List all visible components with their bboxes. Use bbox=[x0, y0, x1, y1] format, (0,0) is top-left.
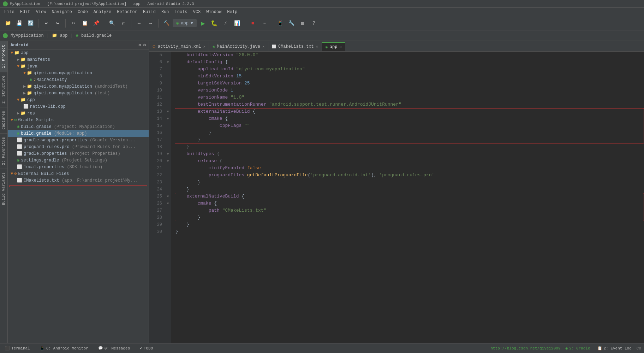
menu-edit[interactable]: Edit bbox=[17, 9, 33, 15]
menu-help[interactable]: Help bbox=[224, 9, 240, 15]
menu-navigate[interactable]: Navigate bbox=[49, 9, 75, 15]
fold-externalNative1[interactable]: ▼ bbox=[165, 108, 171, 115]
menu-tools[interactable]: Tools bbox=[172, 9, 190, 15]
menu-vcs[interactable]: VCS bbox=[190, 9, 204, 15]
toolbar-search-btn[interactable]: 🔍 bbox=[107, 18, 117, 28]
tree-item-java[interactable]: ▼ 📁 java bbox=[8, 63, 149, 70]
code-area[interactable]: buildToolsVersion "26.0.0" defaultConfig… bbox=[171, 52, 644, 343]
tree-item-nativelib[interactable]: ⬜ native-lib.cpp bbox=[8, 103, 149, 110]
fold-cmake2[interactable]: ▼ bbox=[165, 200, 171, 207]
toolbar-sdk-btn[interactable]: 🔧 bbox=[286, 18, 296, 28]
side-tab-favorites[interactable]: 2: Favorites bbox=[0, 133, 7, 169]
tab-close-cmake[interactable]: ✕ bbox=[316, 45, 318, 49]
menu-window[interactable]: Window bbox=[203, 9, 224, 15]
manifests-label: manifests bbox=[27, 57, 50, 62]
toolbar-build-btn[interactable]: 🔨 bbox=[161, 18, 171, 28]
fold-cmake1[interactable]: ▼ bbox=[165, 115, 171, 122]
side-tab-captures[interactable]: Captures bbox=[0, 107, 7, 133]
android-monitor-btn[interactable]: 📱 6: Android Monitor bbox=[38, 345, 90, 351]
code-line-17: } bbox=[175, 136, 644, 143]
build-gradle-label[interactable]: build.gradle bbox=[81, 33, 112, 38]
terminal-label: Terminal bbox=[11, 346, 30, 351]
toolbar-replace-btn[interactable]: ⇄ bbox=[118, 18, 128, 28]
fold-externalNative2[interactable]: ▼ bbox=[165, 193, 171, 200]
tree-item-cmake[interactable]: ⬜ CMakeLists.txt (app, F:\android_projec… bbox=[8, 177, 149, 184]
tree-item-proguard[interactable]: ⬜ proguard-rules.pro (ProGuard Rules for… bbox=[8, 143, 149, 150]
tree-item-res[interactable]: ▶ 📁 res bbox=[8, 110, 149, 117]
toolbar-run-btn[interactable]: ▶ bbox=[198, 18, 208, 28]
toolbar-debug-btn[interactable]: 🐛 bbox=[209, 18, 219, 28]
toolbar-undo-btn[interactable]: ↩ bbox=[41, 18, 51, 28]
toolbar-avd-btn[interactable]: 📱 bbox=[275, 18, 285, 28]
tree-item-manifests[interactable]: ▶ 📁 manifests bbox=[8, 56, 149, 63]
toolbar-nav-back-btn[interactable]: ← bbox=[134, 18, 144, 28]
tree-item-settings-gradle[interactable]: ◉ settings.gradle (Project Settings) bbox=[8, 157, 149, 164]
toolbar-profile-btn[interactable]: 📊 bbox=[232, 18, 242, 28]
test-label: qiyei.com.myapplication (test) bbox=[34, 91, 110, 96]
res-label: res bbox=[27, 111, 35, 116]
menu-refactor[interactable]: Refactor bbox=[114, 9, 140, 15]
menu-analyze[interactable]: Analyze bbox=[91, 9, 114, 15]
side-tab-structure[interactable]: 2: Structure bbox=[0, 72, 7, 107]
tree-item-build-gradle-proj[interactable]: ◉ build.gradle (Project: MyApplication) bbox=[8, 123, 149, 130]
toolbar-sync-btn[interactable]: 🔄 bbox=[25, 18, 35, 28]
tree-item-test[interactable]: ▶ 📁 qiyei.com.myapplication (test) bbox=[8, 90, 149, 96]
tab-close-app[interactable]: ✕ bbox=[339, 45, 341, 49]
code-line-12: testInstrumentationRunner "android.suppo… bbox=[175, 101, 644, 108]
menu-file[interactable]: File bbox=[1, 9, 17, 15]
toolbar-stop-btn[interactable]: ■ bbox=[248, 18, 258, 28]
tree-item-local-props[interactable]: ⬜ local.properties (SDK Location) bbox=[8, 164, 149, 170]
toolbar-help-btn[interactable]: ? bbox=[309, 18, 319, 28]
project-name[interactable]: MyApplication bbox=[11, 33, 44, 38]
menu-view[interactable]: View bbox=[33, 9, 49, 15]
app-selector[interactable]: ◉ app ▼ bbox=[173, 19, 197, 27]
code-line-23: } bbox=[175, 179, 644, 186]
tab-close-xml[interactable]: ✕ bbox=[203, 45, 205, 49]
tab-cmake-txt[interactable]: ⬜ CMakeLists.txt ✕ bbox=[268, 42, 322, 51]
tree-item-mainactivity[interactable]: ◉ J MainActivity bbox=[8, 76, 149, 83]
side-tab-build-variants[interactable]: Build Variants bbox=[0, 169, 7, 208]
tab-close-java[interactable]: ✕ bbox=[262, 45, 264, 49]
tree-item-package[interactable]: ▼ 📁 qiyei.com.myapplication bbox=[8, 70, 149, 76]
side-tab-project[interactable]: 1: Project bbox=[0, 41, 7, 72]
toolbar-layout-btn[interactable]: ▦ bbox=[298, 18, 308, 28]
todo-btn[interactable]: ✔ TODO bbox=[138, 345, 155, 351]
tree-item-external[interactable]: ▼ ⚙ External Build Files bbox=[8, 170, 149, 177]
toolbar-cut-btn[interactable]: ✂ bbox=[68, 18, 78, 28]
terminal-icon: ⬛ bbox=[5, 346, 10, 351]
tree-item-gradle-wrapper[interactable]: ⬜ gradle-wrapper.properties (Gradle Vers… bbox=[8, 137, 149, 143]
toolbar-nav-fwd-btn[interactable]: → bbox=[145, 18, 155, 28]
fold-buildTypes[interactable]: ▼ bbox=[165, 151, 171, 158]
toolbar-copy-btn[interactable]: 📋 bbox=[80, 18, 90, 28]
menu-bar: File Edit View Navigate Code Analyze Ref… bbox=[0, 8, 644, 16]
menu-build[interactable]: Build bbox=[140, 9, 159, 15]
tree-item-gradle-props[interactable]: ⬜ gradle.properties (Project Properties) bbox=[8, 150, 149, 157]
messages-btn[interactable]: 💬 0: Messages bbox=[96, 345, 132, 351]
folder-icon-atest: 📁 bbox=[27, 84, 32, 89]
tree-item-app[interactable]: ▼ 📁 app bbox=[8, 49, 149, 56]
menu-code[interactable]: Code bbox=[75, 9, 91, 15]
menu-run[interactable]: Run bbox=[159, 9, 172, 15]
tree-item-gradle-scripts[interactable]: ▼ ⚙ Gradle Scripts bbox=[8, 117, 149, 123]
toolbar-open-btn[interactable]: 📁 bbox=[3, 18, 13, 28]
tab-activity-main-xml[interactable]: ⬡ activity_main.xml ✕ bbox=[149, 42, 209, 51]
tree-item-androidtest[interactable]: ▶ 📁 qiyei.com.myapplication (androidTest… bbox=[8, 83, 149, 90]
tab-mainactivity-java[interactable]: ◉ MainActivity.java ✕ bbox=[209, 42, 268, 51]
sync-icon[interactable]: ⚙ bbox=[139, 42, 141, 48]
editor-content: 5 6 7 8 9 10 11 12 13 14 15 16 17 18 19 … bbox=[149, 52, 644, 343]
event-log-btn[interactable]: 📋 2: Event Log bbox=[595, 345, 634, 351]
toolbar-redo-btn[interactable]: ↪ bbox=[53, 18, 62, 28]
fold-defaultConfig[interactable]: ▼ bbox=[165, 59, 171, 66]
terminal-btn[interactable]: ⬛ Terminal bbox=[3, 345, 32, 351]
tab-app-gradle[interactable]: ◉ app ✕ bbox=[322, 42, 346, 51]
toolbar-save-btn[interactable]: 💾 bbox=[14, 18, 24, 28]
app-header-label[interactable]: app bbox=[60, 33, 68, 38]
config-icon[interactable]: ⚙ bbox=[143, 42, 146, 48]
toolbar-more-btn[interactable]: ⋯ bbox=[259, 18, 269, 28]
tree-item-cpp[interactable]: ▼ 📁 cpp bbox=[8, 96, 149, 103]
tree-item-build-gradle-app[interactable]: ◉ build.gradle (Module: app) bbox=[8, 130, 149, 137]
gradle-btn[interactable]: ◉ 2: Gradle bbox=[564, 345, 592, 351]
toolbar-paste-btn[interactable]: 📌 bbox=[91, 18, 101, 28]
toolbar-coverage-btn[interactable]: ⚡ bbox=[221, 18, 231, 28]
fold-release[interactable]: ▼ bbox=[165, 158, 171, 165]
